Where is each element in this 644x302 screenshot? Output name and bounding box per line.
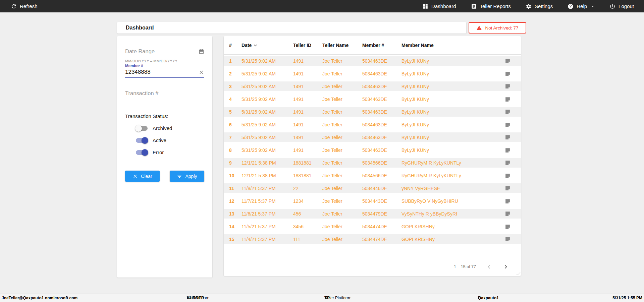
calendar-icon[interactable] — [199, 49, 204, 54]
table-row[interactable]: 6 5/31/25 9:02 AM 1491 Joe Teller 503446… — [224, 118, 521, 131]
cell-member-name: RyGHURyM R KyLyKUNTLy — [401, 160, 499, 166]
cell-date: 12/1/21 5:38 PM — [241, 173, 293, 178]
col-header-member-num: Member # — [362, 43, 401, 48]
platform-label: Teller Platform: — [324, 294, 351, 302]
cell-member-name: RyGHURyM R KyLyKUNTLy — [401, 173, 499, 178]
cell-teller-name: Joe Teller — [322, 109, 362, 115]
note-icon[interactable] — [505, 236, 511, 242]
table-row[interactable]: 1 5/31/25 9:02 AM 1491 Joe Teller 503446… — [224, 55, 521, 67]
table-row[interactable]: 7 5/31/25 9:02 AM 1491 Joe Teller 503446… — [224, 131, 521, 144]
cell-date: 5/31/25 9:02 AM — [241, 147, 293, 153]
col-header-member-name: Member Name — [401, 43, 499, 48]
table-row[interactable]: 4 5/31/25 9:02 AM 1491 Joe Teller 503446… — [224, 93, 521, 106]
col-header-date[interactable]: Date — [241, 43, 293, 48]
note-icon[interactable] — [505, 83, 511, 89]
toggle-active-label: Active — [153, 137, 166, 143]
note-icon[interactable] — [505, 71, 511, 77]
clear-member-icon[interactable] — [199, 69, 204, 75]
cell-member-name: ByLyJI KUNy — [401, 109, 499, 115]
note-icon[interactable] — [505, 211, 511, 217]
cell-date: 5/31/25 9:02 AM — [241, 84, 293, 89]
cell-date: 11/6/21 5:37 PM — [241, 211, 293, 217]
cell-teller-name: Joe Teller — [322, 224, 362, 229]
error-switch[interactable] — [136, 150, 148, 155]
table-row[interactable]: 15 11/4/21 5:37 PM 111 Joe Teller 503447… — [224, 233, 521, 246]
cell-member-number: 5034463DE — [362, 135, 401, 140]
teller-platform-info: Teller Platform: XP — [324, 294, 330, 302]
apply-button[interactable]: Apply — [170, 171, 204, 182]
note-icon[interactable] — [505, 109, 511, 115]
cell-date: 5/31/25 9:02 AM — [241, 122, 293, 127]
nav-item-logout[interactable]: Logout — [609, 3, 634, 9]
previous-page-icon[interactable] — [485, 263, 493, 270]
member-number-label: Member # — [125, 64, 204, 68]
toggle-archived[interactable]: Archived — [136, 125, 204, 131]
cell-member-number: 5034566DE — [362, 160, 401, 166]
cell-teller-name: Joe Teller — [322, 71, 362, 76]
note-icon[interactable] — [505, 185, 511, 191]
logged-in-user: JoeTeller@Qaxpauto1.onmicrosoft.com — [2, 294, 77, 302]
transaction-number-input[interactable]: Transaction # — [125, 90, 204, 99]
workstation-info: Workstation: KURRER — [187, 294, 204, 302]
table-row[interactable]: 12 11/7/21 5:37 PM 1234 Joe Teller 50344… — [224, 195, 521, 207]
active-switch[interactable] — [136, 138, 148, 143]
date-range-input[interactable]: Date Range — [125, 48, 204, 57]
toggle-active[interactable]: Active — [136, 137, 204, 143]
table-row[interactable]: 8 5/31/25 9:02 AM 1491 Joe Teller 503446… — [224, 144, 521, 157]
refresh-button[interactable]: Refresh — [11, 3, 38, 9]
sort-desc-icon — [253, 43, 258, 48]
transaction-status-label: Transaction Status: — [125, 113, 204, 119]
table-row[interactable]: 11 11/8/21 5:37 PM 22 Joe Teller 5034446… — [224, 182, 521, 195]
page-title-bar: Dashboard — [117, 22, 466, 34]
resize-handle[interactable] — [516, 272, 521, 274]
cell-member-number: 5034463DE — [362, 58, 401, 64]
cell-teller-name: Joe Teller — [322, 122, 362, 127]
table-header-row: # Date Teller ID Teller Name Member # Me… — [224, 36, 521, 55]
table-row[interactable]: 3 5/31/25 9:02 AM 1491 Joe Teller 503446… — [224, 80, 521, 93]
cell-teller-id: 1881881 — [293, 160, 322, 166]
next-page-icon[interactable] — [502, 263, 509, 270]
note-icon[interactable] — [505, 198, 511, 204]
table-row[interactable]: 14 11/5/21 5:37 PM 3456 Joe Teller 50344… — [224, 220, 521, 233]
nav-item-dashboard[interactable]: Dashboard — [422, 3, 456, 9]
col-header-num: # — [229, 43, 241, 48]
toggle-error[interactable]: Error — [136, 149, 204, 155]
nav-label-dashboard: Dashboard — [431, 3, 456, 9]
cell-member-number: 5034463DE — [362, 122, 401, 127]
table-row[interactable]: 10 12/1/21 5:38 PM 1881881 Joe Teller 50… — [224, 169, 521, 182]
cell-member-name: ByLyJI KUNy — [401, 147, 499, 153]
table-row[interactable]: 9 12/1/21 5:38 PM 1881881 Joe Teller 503… — [224, 157, 521, 169]
nav-item-help[interactable]: Help — [568, 3, 595, 9]
table-row[interactable]: 2 5/31/25 9:02 AM 1491 Joe Teller 503446… — [224, 67, 521, 80]
nav-item-teller-reports[interactable]: Teller Reports — [471, 3, 511, 9]
cell-row-number: 4 — [229, 97, 241, 102]
note-icon[interactable] — [505, 173, 511, 179]
cell-member-number: 5034463DE — [362, 84, 401, 89]
cell-date: 5/31/25 9:02 AM — [241, 71, 293, 76]
cell-member-number: 5034566DE — [362, 173, 401, 178]
note-icon[interactable] — [505, 160, 511, 166]
archived-switch[interactable] — [136, 126, 148, 131]
refresh-label: Refresh — [20, 3, 38, 9]
cell-teller-name: Joe Teller — [322, 186, 362, 191]
note-icon[interactable] — [505, 224, 511, 230]
clear-button[interactable]: Clear — [125, 171, 160, 182]
page-title: Dashboard — [126, 25, 154, 31]
note-icon[interactable] — [505, 122, 511, 128]
pagination-range-label: 1 – 15 of 77 — [454, 264, 476, 269]
table-row[interactable]: 13 11/6/21 5:37 PM 456 Joe Teller 503447… — [224, 207, 521, 220]
nav-item-settings[interactable]: Settings — [526, 3, 553, 9]
cell-date: 5/31/25 9:02 AM — [241, 109, 293, 115]
cell-row-number: 3 — [229, 84, 241, 89]
not-archived-badge[interactable]: Not Archived: 77 — [469, 22, 526, 34]
cell-teller-id: 1234 — [293, 198, 322, 204]
table-row[interactable]: 5 5/31/25 9:02 AM 1491 Joe Teller 503446… — [224, 106, 521, 118]
note-icon[interactable] — [505, 147, 511, 153]
note-icon[interactable] — [505, 134, 511, 140]
cell-member-name: ByLyJI KUNy — [401, 84, 499, 89]
member-number-input[interactable]: 12348888 — [125, 69, 204, 78]
note-icon[interactable] — [505, 58, 511, 64]
note-icon[interactable] — [505, 97, 511, 102]
apply-button-label: Apply — [185, 174, 197, 179]
cell-member-name: GOPI KRISHNy — [401, 224, 499, 229]
